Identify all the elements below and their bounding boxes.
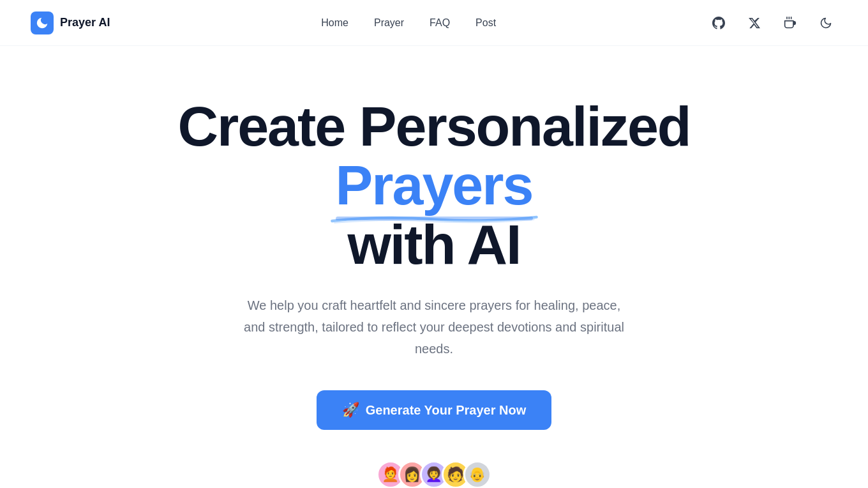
avatars-row: 🧑‍🦰 👩 👩‍🦱 🧑 👴: [377, 461, 491, 488]
x-twitter-icon: [748, 17, 761, 29]
cta-button-label: Generate Your Prayer Now: [366, 403, 527, 418]
nav-home[interactable]: Home: [321, 17, 348, 29]
hero-title: Create Personalized Prayers with AI: [83, 97, 785, 274]
github-button[interactable]: [707, 11, 730, 34]
logo[interactable]: Prayer AI: [31, 11, 110, 34]
main-nav: Home Prayer FAQ Post: [321, 17, 496, 29]
nav-prayer[interactable]: Prayer: [374, 17, 404, 29]
github-icon: [712, 17, 725, 29]
moon-logo-icon: [35, 16, 49, 30]
header-actions: [707, 11, 837, 34]
cta-button[interactable]: 🚀 Generate Your Prayer Now: [317, 390, 552, 430]
dark-mode-button[interactable]: [814, 11, 837, 34]
coffee-button[interactable]: [779, 11, 802, 34]
hero-title-part1: Create Personalized: [177, 95, 690, 158]
rocket-emoji: 🚀: [342, 402, 359, 418]
hero-title-highlight: Prayers: [336, 156, 533, 215]
logo-text: Prayer AI: [60, 16, 110, 29]
x-twitter-button[interactable]: [743, 11, 766, 34]
coffee-icon: [784, 17, 797, 29]
avatar-5: 👴: [463, 461, 491, 488]
hero-section: Create Personalized Prayers with AI We h…: [0, 46, 868, 488]
hero-subtitle: We help you craft heartfelt and sincere …: [236, 294, 632, 360]
nav-faq[interactable]: FAQ: [430, 17, 450, 29]
logo-icon: [31, 11, 54, 34]
social-proof: 🧑‍🦰 👩 👩‍🦱 🧑 👴 1000+ Design Prayer Here: [373, 461, 495, 488]
nav-post[interactable]: Post: [475, 17, 496, 29]
title-underline: [329, 213, 539, 224]
dark-mode-icon: [819, 17, 832, 29]
